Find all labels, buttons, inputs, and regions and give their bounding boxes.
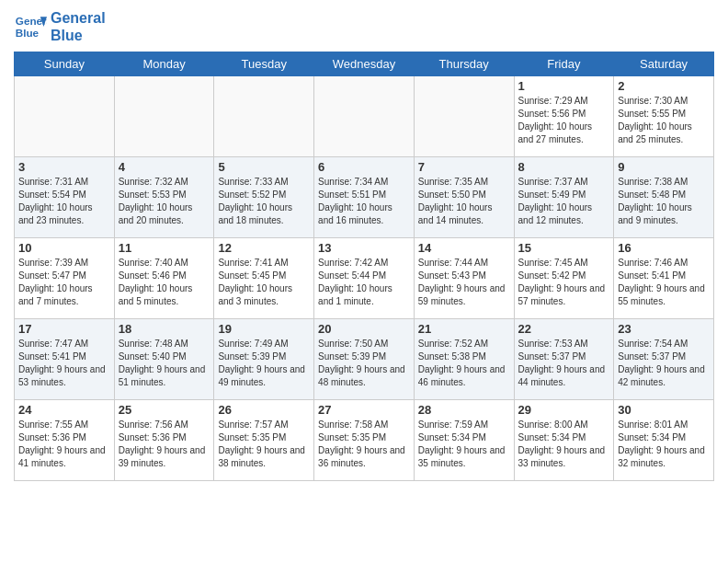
day-number: 27 <box>318 403 410 417</box>
day-info: Sunrise: 7:40 AM Sunset: 5:46 PM Dayligh… <box>119 257 210 308</box>
calendar-cell: 16Sunrise: 7:46 AM Sunset: 5:41 PM Dayli… <box>614 238 714 319</box>
calendar-cell: 19Sunrise: 7:49 AM Sunset: 5:39 PM Dayli… <box>214 319 314 400</box>
day-info: Sunrise: 7:35 AM Sunset: 5:50 PM Dayligh… <box>418 176 510 227</box>
header: General Blue General Blue <box>14 9 714 44</box>
calendar-cell: 28Sunrise: 7:59 AM Sunset: 5:34 PM Dayli… <box>414 400 514 481</box>
calendar-cell: 9Sunrise: 7:38 AM Sunset: 5:48 PM Daylig… <box>614 157 714 238</box>
day-number: 29 <box>518 403 610 417</box>
day-info: Sunrise: 7:49 AM Sunset: 5:39 PM Dayligh… <box>218 338 310 389</box>
day-info: Sunrise: 7:57 AM Sunset: 5:35 PM Dayligh… <box>218 419 310 470</box>
day-number: 17 <box>18 322 110 336</box>
weekday-header: Wednesday <box>314 52 415 76</box>
weekday-header: Thursday <box>414 52 514 76</box>
day-info: Sunrise: 7:42 AM Sunset: 5:44 PM Dayligh… <box>318 257 410 308</box>
calendar-cell: 18Sunrise: 7:48 AM Sunset: 5:40 PM Dayli… <box>114 319 214 400</box>
day-info: Sunrise: 7:50 AM Sunset: 5:39 PM Dayligh… <box>318 338 410 389</box>
day-info: Sunrise: 7:54 AM Sunset: 5:37 PM Dayligh… <box>618 338 710 389</box>
day-number: 13 <box>318 241 410 255</box>
page: General Blue General Blue SundayMondayTu… <box>0 0 728 490</box>
calendar-cell <box>114 76 214 157</box>
day-number: 10 <box>18 241 110 255</box>
calendar-cell: 22Sunrise: 7:53 AM Sunset: 5:37 PM Dayli… <box>514 319 614 400</box>
calendar-cell: 30Sunrise: 8:01 AM Sunset: 5:34 PM Dayli… <box>614 400 714 481</box>
calendar-cell: 21Sunrise: 7:52 AM Sunset: 5:38 PM Dayli… <box>414 319 514 400</box>
svg-text:Blue: Blue <box>16 27 40 39</box>
calendar-week-row: 10Sunrise: 7:39 AM Sunset: 5:47 PM Dayli… <box>15 238 714 319</box>
day-info: Sunrise: 7:55 AM Sunset: 5:36 PM Dayligh… <box>18 419 110 470</box>
day-number: 26 <box>218 403 310 417</box>
weekday-header: Saturday <box>614 52 714 76</box>
calendar-cell: 23Sunrise: 7:54 AM Sunset: 5:37 PM Dayli… <box>614 319 714 400</box>
logo-blue: Blue <box>51 27 106 44</box>
day-number: 5 <box>218 160 310 174</box>
logo-icon: General Blue <box>14 10 47 43</box>
day-info: Sunrise: 8:01 AM Sunset: 5:34 PM Dayligh… <box>618 419 710 470</box>
weekday-header: Friday <box>514 52 614 76</box>
weekday-header-row: SundayMondayTuesdayWednesdayThursdayFrid… <box>15 52 714 76</box>
day-info: Sunrise: 8:00 AM Sunset: 5:34 PM Dayligh… <box>518 419 610 470</box>
calendar-cell: 6Sunrise: 7:34 AM Sunset: 5:51 PM Daylig… <box>314 157 415 238</box>
day-info: Sunrise: 7:59 AM Sunset: 5:34 PM Dayligh… <box>418 419 510 470</box>
day-info: Sunrise: 7:38 AM Sunset: 5:48 PM Dayligh… <box>618 176 710 227</box>
day-number: 19 <box>218 322 310 336</box>
day-number: 21 <box>418 322 510 336</box>
logo: General Blue General Blue <box>14 9 106 44</box>
day-number: 14 <box>418 241 510 255</box>
day-info: Sunrise: 7:31 AM Sunset: 5:54 PM Dayligh… <box>18 176 110 227</box>
day-info: Sunrise: 7:29 AM Sunset: 5:56 PM Dayligh… <box>518 95 610 146</box>
calendar-cell: 26Sunrise: 7:57 AM Sunset: 5:35 PM Dayli… <box>214 400 314 481</box>
calendar-cell: 10Sunrise: 7:39 AM Sunset: 5:47 PM Dayli… <box>15 238 115 319</box>
day-info: Sunrise: 7:46 AM Sunset: 5:41 PM Dayligh… <box>618 257 710 308</box>
calendar-cell: 24Sunrise: 7:55 AM Sunset: 5:36 PM Dayli… <box>15 400 115 481</box>
day-info: Sunrise: 7:45 AM Sunset: 5:42 PM Dayligh… <box>518 257 610 308</box>
calendar-cell: 3Sunrise: 7:31 AM Sunset: 5:54 PM Daylig… <box>15 157 115 238</box>
day-number: 2 <box>618 79 710 93</box>
day-info: Sunrise: 7:56 AM Sunset: 5:36 PM Dayligh… <box>119 419 210 470</box>
day-number: 24 <box>18 403 110 417</box>
day-number: 4 <box>119 160 210 174</box>
day-info: Sunrise: 7:30 AM Sunset: 5:55 PM Dayligh… <box>618 95 710 146</box>
day-info: Sunrise: 7:37 AM Sunset: 5:49 PM Dayligh… <box>518 176 610 227</box>
day-info: Sunrise: 7:52 AM Sunset: 5:38 PM Dayligh… <box>418 338 510 389</box>
calendar-cell <box>214 76 314 157</box>
day-number: 8 <box>518 160 610 174</box>
day-number: 20 <box>318 322 410 336</box>
day-info: Sunrise: 7:53 AM Sunset: 5:37 PM Dayligh… <box>518 338 610 389</box>
calendar-cell <box>414 76 514 157</box>
day-number: 3 <box>18 160 110 174</box>
calendar-cell: 5Sunrise: 7:33 AM Sunset: 5:52 PM Daylig… <box>214 157 314 238</box>
calendar-cell: 17Sunrise: 7:47 AM Sunset: 5:41 PM Dayli… <box>15 319 115 400</box>
day-info: Sunrise: 7:44 AM Sunset: 5:43 PM Dayligh… <box>418 257 510 308</box>
calendar-week-row: 1Sunrise: 7:29 AM Sunset: 5:56 PM Daylig… <box>15 76 714 157</box>
calendar-cell: 8Sunrise: 7:37 AM Sunset: 5:49 PM Daylig… <box>514 157 614 238</box>
day-number: 30 <box>618 403 710 417</box>
day-info: Sunrise: 7:48 AM Sunset: 5:40 PM Dayligh… <box>119 338 210 389</box>
day-number: 9 <box>618 160 710 174</box>
calendar-cell: 11Sunrise: 7:40 AM Sunset: 5:46 PM Dayli… <box>114 238 214 319</box>
day-number: 23 <box>618 322 710 336</box>
calendar-cell: 20Sunrise: 7:50 AM Sunset: 5:39 PM Dayli… <box>314 319 415 400</box>
day-number: 16 <box>618 241 710 255</box>
calendar-cell: 12Sunrise: 7:41 AM Sunset: 5:45 PM Dayli… <box>214 238 314 319</box>
day-number: 15 <box>518 241 610 255</box>
calendar-cell: 14Sunrise: 7:44 AM Sunset: 5:43 PM Dayli… <box>414 238 514 319</box>
day-number: 25 <box>119 403 210 417</box>
day-number: 12 <box>218 241 310 255</box>
calendar-cell: 27Sunrise: 7:58 AM Sunset: 5:35 PM Dayli… <box>314 400 415 481</box>
logo-general: General <box>51 9 106 27</box>
day-number: 6 <box>318 160 410 174</box>
calendar-cell: 29Sunrise: 8:00 AM Sunset: 5:34 PM Dayli… <box>514 400 614 481</box>
calendar-week-row: 17Sunrise: 7:47 AM Sunset: 5:41 PM Dayli… <box>15 319 714 400</box>
calendar-table: SundayMondayTuesdayWednesdayThursdayFrid… <box>14 52 714 481</box>
day-info: Sunrise: 7:32 AM Sunset: 5:53 PM Dayligh… <box>119 176 210 227</box>
calendar-cell: 13Sunrise: 7:42 AM Sunset: 5:44 PM Dayli… <box>314 238 415 319</box>
day-number: 22 <box>518 322 610 336</box>
day-number: 7 <box>418 160 510 174</box>
day-info: Sunrise: 7:34 AM Sunset: 5:51 PM Dayligh… <box>318 176 410 227</box>
calendar-cell <box>15 76 115 157</box>
day-info: Sunrise: 7:47 AM Sunset: 5:41 PM Dayligh… <box>18 338 110 389</box>
weekday-header: Sunday <box>15 52 115 76</box>
day-info: Sunrise: 7:58 AM Sunset: 5:35 PM Dayligh… <box>318 419 410 470</box>
calendar-cell: 15Sunrise: 7:45 AM Sunset: 5:42 PM Dayli… <box>514 238 614 319</box>
calendar-week-row: 24Sunrise: 7:55 AM Sunset: 5:36 PM Dayli… <box>15 400 714 481</box>
